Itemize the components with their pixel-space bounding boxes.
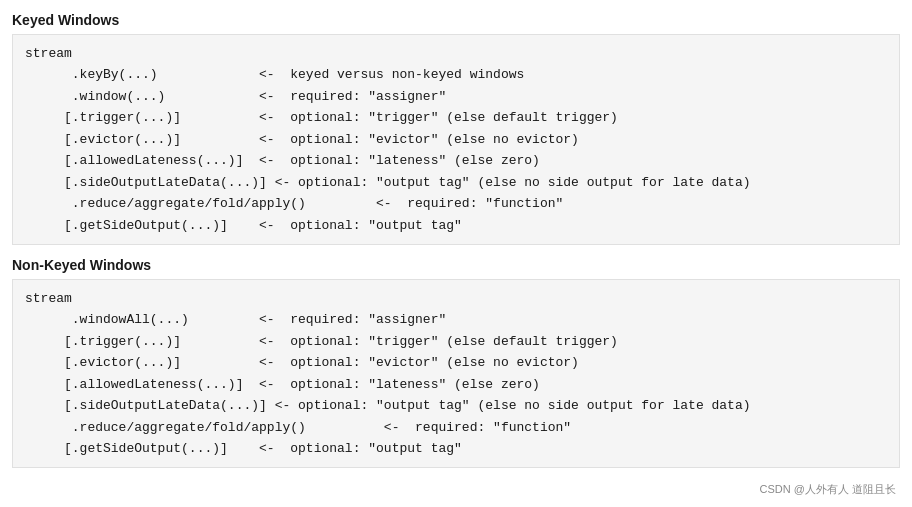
non-keyed-windows-title: Non-Keyed Windows xyxy=(12,257,900,273)
non-keyed-windows-code: stream .windowAll(...) <- required: "ass… xyxy=(12,279,900,469)
keyed-windows-title: Keyed Windows xyxy=(12,12,900,28)
watermark: CSDN @人外有人 道阻且长 xyxy=(760,482,896,497)
keyed-windows-section: Keyed Windows stream .keyBy(...) <- keye… xyxy=(12,12,900,245)
non-keyed-windows-section: Non-Keyed Windows stream .windowAll(...)… xyxy=(12,257,900,469)
keyed-windows-code: stream .keyBy(...) <- keyed versus non-k… xyxy=(12,34,900,245)
